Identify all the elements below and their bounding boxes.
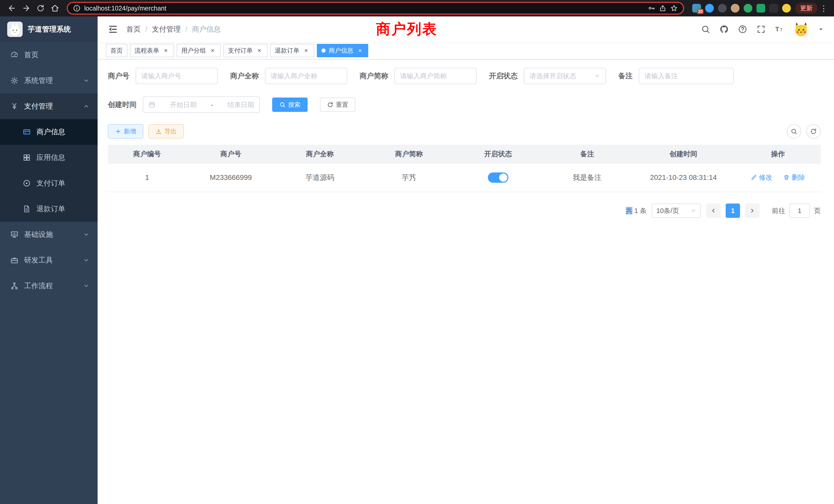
refresh-table-button[interactable]	[806, 124, 821, 139]
search-icon[interactable]	[701, 25, 710, 34]
sidebar-collapse-icon[interactable]	[108, 24, 118, 35]
sidebar-item-home[interactable]: 首页	[0, 42, 97, 68]
sidebar-item-refund-order[interactable]: 退款订单	[0, 196, 97, 222]
close-icon[interactable]: ×	[162, 47, 170, 54]
full-name-input[interactable]	[271, 72, 342, 80]
field-label: 备注	[618, 71, 633, 81]
add-button-label: 新增	[124, 127, 136, 136]
short-name-input[interactable]	[400, 72, 471, 80]
status-toggle[interactable]	[488, 173, 508, 183]
app-logo[interactable]: 芋道管理系统	[0, 17, 97, 42]
close-icon[interactable]: ×	[303, 47, 310, 54]
tab-label: 用户分组	[181, 46, 206, 55]
browser-back-button[interactable]	[5, 2, 19, 15]
browser-forward-button[interactable]	[20, 2, 33, 15]
page-number-button[interactable]: 1	[726, 204, 740, 218]
extension-icon[interactable]	[744, 4, 752, 13]
sidebar-item-label: 系统管理	[24, 76, 53, 86]
sidebar-item-merchant-info[interactable]: 商户信息	[0, 119, 97, 145]
add-button[interactable]: 新增	[108, 124, 143, 139]
user-avatar[interactable]	[793, 22, 809, 37]
tab-pay-order[interactable]: 支付订单 ×	[223, 44, 267, 57]
active-dot-icon	[322, 48, 326, 53]
breadcrumb-payment[interactable]: 支付管理	[152, 24, 181, 34]
column-header: 商户简称	[364, 145, 454, 163]
search-form-row-2: 创建时间 开始日期 - 结束日期 搜索	[108, 96, 821, 113]
goto-page-input[interactable]	[789, 204, 810, 218]
font-size-icon[interactable]: TT	[775, 25, 784, 34]
tab-user-group[interactable]: 用户分组 ×	[177, 44, 221, 57]
github-icon[interactable]	[720, 25, 729, 34]
tab-home[interactable]: 首页	[106, 44, 127, 57]
edit-link[interactable]: 修改	[751, 173, 772, 182]
emoji-extension-icon[interactable]	[782, 4, 791, 13]
chevron-down-icon	[690, 208, 696, 214]
short-name-field: 商户简称	[359, 68, 477, 84]
date-range-picker[interactable]: 开始日期 - 结束日期	[143, 96, 260, 113]
reset-button[interactable]: 重置	[320, 97, 355, 112]
monitor-icon	[10, 230, 19, 239]
page-size-select[interactable]: 10条/页	[652, 204, 701, 218]
sidebar-item-workflow[interactable]: 工作流程	[0, 273, 97, 299]
help-icon[interactable]	[738, 25, 747, 34]
merchant-no-field: 商户号	[108, 68, 218, 84]
browser-reload-button[interactable]	[34, 2, 47, 15]
extensions-cluster: 10	[692, 4, 791, 13]
extension-icon[interactable]	[756, 4, 765, 13]
toggle-search-button[interactable]	[787, 124, 801, 139]
close-icon[interactable]: ×	[256, 47, 263, 54]
remark-input[interactable]	[644, 72, 728, 80]
address-bar[interactable]: localhost:1024/pay/merchant	[67, 2, 684, 15]
browser-toolbar: localhost:1024/pay/merchant 10 更新 ⋮	[0, 0, 834, 17]
pagination: 共 1 条 10条/页 1 前往 页	[108, 204, 821, 218]
share-icon[interactable]	[659, 4, 666, 12]
sidebar-item-infra[interactable]: 基础设施	[0, 222, 97, 247]
site-info-icon[interactable]	[73, 4, 81, 12]
sidebar-item-system[interactable]: 系统管理	[0, 68, 97, 93]
caret-down-icon[interactable]	[818, 26, 824, 32]
prev-page-button[interactable]	[706, 204, 721, 218]
close-icon[interactable]: ×	[209, 47, 216, 54]
bookmark-star-icon[interactable]	[670, 4, 678, 12]
navbar-actions: TT	[701, 22, 824, 37]
tab-refund-order[interactable]: 退款订单 ×	[270, 44, 314, 57]
url-text[interactable]: localhost:1024/pay/merchant	[84, 5, 644, 12]
tampermonkey-extension-icon[interactable]	[769, 4, 778, 13]
sidebar-item-app-info[interactable]: 应用信息	[0, 145, 97, 170]
export-button[interactable]: 导出	[148, 124, 184, 139]
tags-view: 首页 流程表单 × 用户分组 × 支付订单 × 退款订单 ×	[97, 42, 834, 60]
yen-icon	[10, 102, 19, 110]
export-button-label: 导出	[164, 127, 177, 136]
sidebar-item-dev-tools[interactable]: 研发工具	[0, 247, 97, 273]
cell-merchant-id: 1	[108, 163, 186, 192]
total-prefix: 共	[626, 207, 632, 214]
column-header: 创建时间	[632, 145, 735, 163]
extension-icon[interactable]	[718, 4, 727, 13]
browser-menu-button[interactable]: ⋮	[818, 4, 829, 13]
browser-update-button[interactable]: 更新	[795, 3, 817, 14]
svg-text:T: T	[775, 26, 779, 32]
status-select[interactable]: 请选择开启状态	[524, 68, 606, 84]
field-label: 商户简称	[359, 71, 388, 81]
extension-icon[interactable]: 10	[692, 4, 701, 13]
chevron-down-icon	[83, 77, 89, 84]
sidebar-item-payment[interactable]: 支付管理	[0, 93, 97, 119]
goto-label: 前往	[772, 206, 785, 215]
tab-process-form[interactable]: 流程表单 ×	[130, 44, 174, 57]
tab-merchant-info[interactable]: 商户信息 ×	[317, 44, 368, 57]
password-key-icon[interactable]	[648, 4, 655, 12]
fullscreen-icon[interactable]	[756, 25, 766, 34]
browser-home-button[interactable]	[48, 2, 62, 15]
merchant-no-input[interactable]	[141, 72, 212, 80]
extension-icon[interactable]	[705, 4, 714, 13]
next-page-button[interactable]	[745, 204, 760, 218]
chevron-down-icon	[594, 73, 600, 79]
target-icon	[23, 179, 31, 187]
breadcrumb-home[interactable]: 首页	[126, 24, 141, 34]
profile-extension-icon[interactable]	[731, 4, 740, 13]
search-button[interactable]: 搜索	[272, 97, 308, 112]
chevron-up-icon	[83, 103, 89, 109]
delete-link[interactable]: 删除	[784, 173, 805, 182]
sidebar-item-pay-order[interactable]: 支付订单	[0, 170, 97, 196]
close-icon[interactable]: ×	[356, 47, 364, 54]
